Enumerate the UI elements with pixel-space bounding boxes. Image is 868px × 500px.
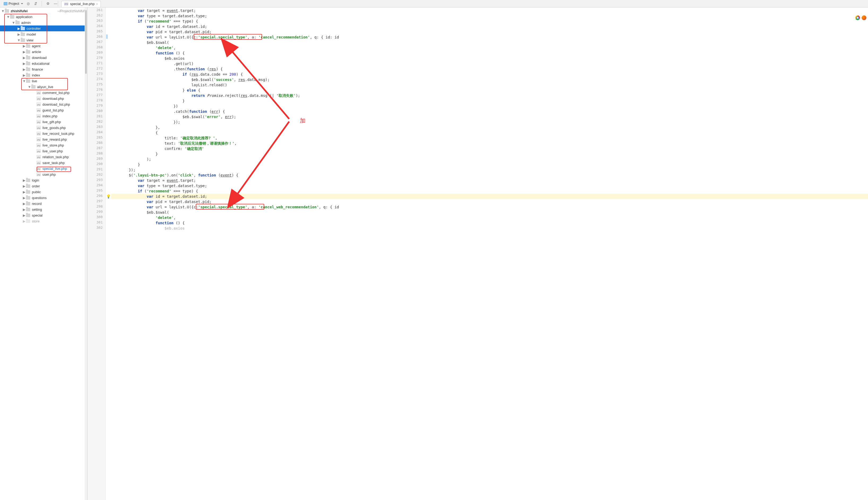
code-line[interactable]: confirm: '确定取消' [111, 146, 868, 151]
chevron-right-icon[interactable]: ▶ [22, 184, 26, 188]
chevron-right-icon[interactable]: ▶ [17, 32, 21, 36]
code-line[interactable]: return Promise.reject(res.data.msg || '取… [111, 93, 868, 98]
scrollbar[interactable] [85, 8, 87, 500]
tree-folder-item[interactable]: ▶agent [0, 43, 87, 49]
code-line[interactable]: .then(function (res) { [111, 66, 868, 72]
tree-file-item[interactable]: ▶phpguest_list.php [0, 107, 87, 113]
tree-root[interactable]: ▼zhishifufei~/Project/zhishifufei [0, 8, 87, 14]
code-line[interactable]: }) [111, 103, 868, 109]
tree-folder-item[interactable]: ▼admin [0, 20, 87, 25]
tree-folder-item[interactable]: ▶setting [0, 206, 87, 212]
tree-folder-item[interactable]: ▶controller [0, 25, 87, 31]
code-line[interactable]: $eb.$swal( [111, 40, 868, 45]
tree-folder-item[interactable]: ▶index [0, 72, 87, 78]
code-line[interactable]: } [111, 162, 868, 167]
chevron-right-icon[interactable]: ▶ [22, 61, 26, 66]
tree-folder-item[interactable]: ▶record [0, 201, 87, 206]
target-icon[interactable]: ◎ [26, 1, 31, 6]
tree-folder-item[interactable]: ▶special [0, 212, 87, 218]
scrollbar-thumb[interactable] [85, 10, 87, 74]
close-icon[interactable]: × [96, 2, 98, 5]
tree-file-item[interactable]: ▶phplive_goods.php [0, 125, 87, 130]
code-editor[interactable]: 2612622632642652662672682692702712722732… [88, 8, 868, 500]
tree-folder-item[interactable]: ▶login [0, 177, 87, 183]
tree-folder-item[interactable]: ▶order [0, 183, 87, 189]
tree-file-item[interactable]: ▶phplive_reward.php [0, 136, 87, 142]
tree-file-item[interactable]: ▶phpdownload.php [0, 95, 87, 101]
code-line[interactable]: .catch(function (err) { [111, 109, 868, 114]
tree-folder-item[interactable]: ▼live [0, 78, 87, 84]
chevron-right-icon[interactable]: ▶ [22, 73, 26, 77]
code-line[interactable]: $eb.$swal('success', res.data.msg); [111, 77, 868, 82]
code-line[interactable]: }); [111, 120, 868, 125]
tree-folder-item[interactable]: ▶public [0, 189, 87, 195]
code-line[interactable]: ); [111, 157, 868, 162]
chevron-right-icon[interactable]: ▶ [22, 202, 26, 206]
code-line[interactable]: 'delete', [111, 45, 868, 50]
tree-file-item[interactable]: ▶phpspecial_live.php [0, 166, 87, 171]
chevron-right-icon[interactable]: ▶ [22, 56, 26, 60]
chevron-down-icon[interactable]: ▼ [27, 85, 31, 89]
firefox-icon[interactable] [861, 15, 866, 20]
code-line[interactable]: text: '取消后无法撤销，请谨慎操作！', [111, 141, 868, 146]
tree-file-item[interactable]: ▶phprelation_task.php [0, 154, 87, 160]
lightbulb-icon[interactable] [106, 194, 111, 199]
chevron-down-icon[interactable]: ▼ [7, 15, 10, 19]
tree-folder-item[interactable]: ▼aliyun_live [0, 84, 87, 90]
chevron-right-icon[interactable]: ▶ [22, 50, 26, 54]
tree-folder-item[interactable]: ▼view [0, 37, 87, 43]
chevron-right-icon[interactable]: ▶ [22, 196, 26, 200]
code-line[interactable]: var type = target.dataset.type; [111, 13, 868, 19]
tree-file-item[interactable]: ▶phpdownload_list.php [0, 101, 87, 107]
code-line[interactable]: if ('recommend' === type) { [111, 189, 868, 194]
chevron-down-icon[interactable]: ▼ [22, 79, 26, 83]
code-line[interactable]: } [111, 151, 868, 157]
code-line[interactable]: }); [111, 167, 868, 172]
code-line[interactable]: var url = layList.U({c:'special.special_… [111, 34, 868, 40]
code-line[interactable]: $eb.axios [111, 226, 868, 231]
chevron-right-icon[interactable]: ▶ [17, 26, 21, 31]
code-line[interactable]: function () { [111, 50, 868, 56]
tree-file-item[interactable]: ▶phplive_gift.php [0, 119, 87, 125]
chevron-right-icon[interactable]: ▶ [22, 213, 26, 217]
tree-folder-item[interactable]: ▶questions [0, 195, 87, 201]
chrome-icon[interactable] [855, 15, 860, 20]
tree-folder-item[interactable]: ▶educational [0, 60, 87, 66]
chevron-right-icon[interactable]: ▶ [22, 207, 26, 212]
tree-folder-item[interactable]: ▼application [0, 14, 87, 20]
code-line[interactable]: } [111, 98, 868, 103]
chevron-down-icon[interactable]: ▼ [17, 38, 21, 42]
code-line[interactable]: $eb.axios [111, 56, 868, 61]
code-line[interactable]: .get(url) [111, 61, 868, 66]
code-line[interactable]: $eb.$swal('error', err); [111, 114, 868, 120]
collapse-icon[interactable]: ⇵ [33, 1, 38, 6]
chevron-right-icon[interactable]: ▶ [22, 44, 26, 48]
code-line[interactable]: title: '确定取消此推荐? ', [111, 135, 868, 141]
minimize-icon[interactable]: — [53, 1, 58, 6]
code-line[interactable]: if ('recommend' === type) { [111, 19, 868, 24]
code-line[interactable]: layList.reload() [111, 82, 868, 88]
chevron-right-icon[interactable]: ▶ [22, 219, 26, 223]
code-line[interactable]: $('.layui-btn-pc').on('click', function … [111, 172, 868, 178]
tree-file-item[interactable]: ▶phplive_record_look.php [0, 130, 87, 136]
code-line[interactable]: $eb.$swal( [111, 210, 868, 215]
tree-folder-item[interactable]: ▶download [0, 55, 87, 60]
tree-file-item[interactable]: ▶phplive_user.php [0, 148, 87, 154]
code-line[interactable]: var type = target.dataset.type; [111, 183, 868, 189]
code-line[interactable]: if (res.data.code == 200) { [111, 72, 868, 77]
chevron-down-icon[interactable]: ▼ [12, 21, 15, 25]
code-line[interactable]: var url = layList.U({c:'special.special_… [111, 204, 868, 210]
code-line[interactable]: { [111, 130, 868, 135]
code-line[interactable]: }, [111, 125, 868, 130]
code-line[interactable]: var pid = target.dataset.pid; [111, 199, 868, 204]
tree-file-item[interactable]: ▶phpcomment_list.php [0, 90, 87, 95]
chevron-right-icon[interactable]: ▶ [22, 67, 26, 71]
code-line[interactable]: var target = event.target; [111, 8, 868, 13]
chevron-right-icon[interactable]: ▶ [22, 190, 26, 194]
code-line[interactable]: } else { [111, 88, 868, 93]
tree-file-item[interactable]: ▶phpindex.php [0, 113, 87, 119]
tree-folder-item[interactable]: ▶model [0, 31, 87, 37]
code-line[interactable]: function () { [111, 220, 868, 226]
tree-file-item[interactable]: ▶phplive_store.php [0, 142, 87, 148]
code-line[interactable]: var id = target.dataset.id; [111, 24, 868, 29]
